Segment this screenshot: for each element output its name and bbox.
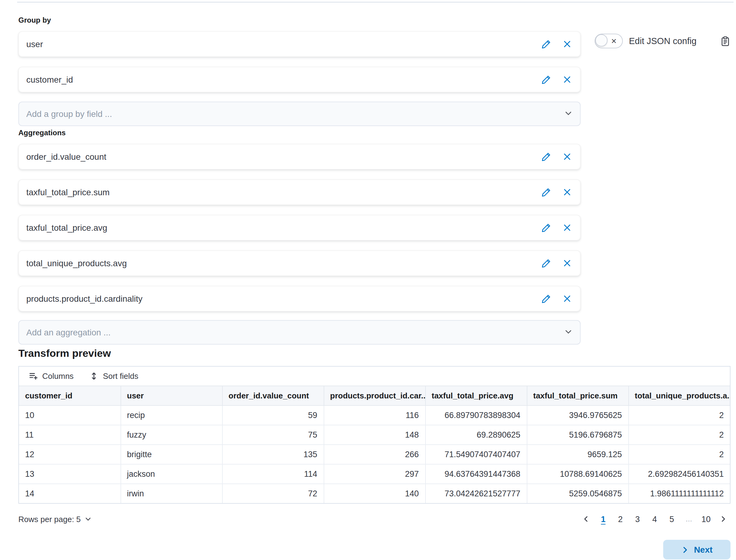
sort-fields-button[interactable]: Sort fields xyxy=(90,371,139,381)
cell: 2 xyxy=(628,405,730,425)
add-aggregation-placeholder: Add an aggregation ... xyxy=(26,327,564,337)
prev-page-icon[interactable] xyxy=(579,512,593,526)
next-button[interactable]: Next xyxy=(663,540,730,559)
pager-row: Rows per page: 5 1 2 3 4 5 … 10 xyxy=(18,512,730,526)
edit-pencil-icon[interactable] xyxy=(541,258,552,269)
chevron-down-icon xyxy=(84,515,92,523)
add-aggregation-combobox[interactable]: Add an aggregation ... xyxy=(18,320,581,345)
table-row: 10 recip 59 116 66.89790783898304 3946.9… xyxy=(19,405,730,425)
cell: 9659.125 xyxy=(527,445,628,464)
cell: 73.04242621527777 xyxy=(425,484,527,503)
remove-cross-icon[interactable] xyxy=(562,222,573,233)
pagination: 1 2 3 4 5 … 10 xyxy=(579,512,730,526)
chevron-down-icon xyxy=(564,327,573,338)
table-row: 11 fuzzy 75 148 69.2890625 5196.6796875 … xyxy=(19,425,730,445)
page-button[interactable]: 5 xyxy=(664,512,679,526)
next-page-icon[interactable] xyxy=(716,512,730,526)
aggregation-item-label: total_unique_products.avg xyxy=(26,258,541,268)
cell: 2 xyxy=(628,445,730,464)
edit-pencil-icon[interactable] xyxy=(541,187,552,198)
next-button-label: Next xyxy=(694,545,713,554)
add-group-by-field-combobox[interactable]: Add a group by field ... xyxy=(18,102,581,126)
header-cell-order-id-value-count: order_id.value_count xyxy=(222,386,324,405)
aggregation-item: total_unique_products.avg xyxy=(18,250,581,276)
edit-pencil-icon[interactable] xyxy=(541,151,552,162)
cell: 66.89790783898304 xyxy=(425,405,527,425)
transform-wizard-page: Group by user customer_id xyxy=(0,0,736,560)
page-button[interactable]: 4 xyxy=(647,512,662,526)
cell: 140 xyxy=(324,484,425,503)
cell: irwin xyxy=(121,484,222,503)
cell: 94.63764391447368 xyxy=(425,464,527,484)
cell: 10788.69140625 xyxy=(527,464,628,484)
chevron-right-icon xyxy=(681,546,689,554)
sort-fields-button-label: Sort fields xyxy=(103,371,139,381)
cell: recip xyxy=(121,405,222,425)
remove-cross-icon[interactable] xyxy=(562,258,573,269)
cell: 12 xyxy=(19,445,121,464)
header-cell-user: user xyxy=(121,386,222,405)
cell: 266 xyxy=(324,445,425,464)
remove-cross-icon[interactable] xyxy=(562,293,573,304)
cell: 13 xyxy=(19,464,121,484)
cell: 148 xyxy=(324,425,425,445)
preview-table: customer_id user order_id.value_count pr… xyxy=(19,386,730,503)
cell: 71.54907407407407 xyxy=(425,445,527,464)
columns-button[interactable]: Columns xyxy=(29,371,74,381)
header-cell-taxful-avg: taxful_total_price.avg xyxy=(425,386,527,405)
pagination-ellipsis: … xyxy=(682,512,696,526)
cell: fuzzy xyxy=(121,425,222,445)
cell: jackson xyxy=(121,464,222,484)
cell: 114 xyxy=(222,464,324,484)
cell: 75 xyxy=(222,425,324,445)
json-config-row: × Edit JSON config xyxy=(595,34,730,48)
page-button[interactable]: 10 xyxy=(699,512,713,526)
group-by-item-label: user xyxy=(26,39,541,49)
table-row: 12 brigitte 135 266 71.54907407407407 96… xyxy=(19,445,730,464)
edit-pencil-icon[interactable] xyxy=(541,293,552,304)
edit-pencil-icon[interactable] xyxy=(541,222,552,233)
cell: 5259.0546875 xyxy=(527,484,628,503)
cell: 69.2890625 xyxy=(425,425,527,445)
remove-cross-icon[interactable] xyxy=(562,187,573,198)
cell: 10 xyxy=(19,405,121,425)
aggregation-item-label: taxful_total_price.avg xyxy=(26,223,541,233)
cell: 14 xyxy=(19,484,121,503)
aggregation-item-label: order_id.value_count xyxy=(26,152,541,162)
cell: 297 xyxy=(324,464,425,484)
remove-cross-icon[interactable] xyxy=(562,39,573,50)
group-by-label: Group by xyxy=(18,16,581,24)
table-row: 13 jackson 114 297 94.63764391447368 107… xyxy=(19,464,730,484)
edit-pencil-icon[interactable] xyxy=(541,74,552,85)
header-cell-products-cardinality: products.product_id.car... xyxy=(324,386,425,405)
transform-preview-section: Transform preview Columns Sort fields cu… xyxy=(18,348,730,526)
columns-button-label: Columns xyxy=(42,371,74,381)
aggregation-item: order_id.value_count xyxy=(18,144,581,170)
header-cell-customer-id: customer_id xyxy=(19,386,121,405)
edit-json-toggle[interactable]: × xyxy=(595,34,623,48)
toggle-thumb xyxy=(595,34,607,47)
rows-per-page-button[interactable]: Rows per page: 5 xyxy=(18,514,92,524)
cell: 1.9861111111111112 xyxy=(628,484,730,503)
page-button[interactable]: 2 xyxy=(613,512,628,526)
page-button[interactable]: 1 xyxy=(596,512,611,526)
cell: 2.692982456140351 xyxy=(628,464,730,484)
rows-per-page-label: Rows per page: 5 xyxy=(18,514,81,524)
table-row: 14 irwin 72 140 73.04242621527777 5259.0… xyxy=(19,484,730,503)
page-button[interactable]: 3 xyxy=(630,512,645,526)
add-group-by-placeholder: Add a group by field ... xyxy=(26,109,564,119)
cell: 5196.6796875 xyxy=(527,425,628,445)
header-cell-total-unique: total_unique_products.a... xyxy=(628,386,730,405)
cell: brigitte xyxy=(121,445,222,464)
aggregation-item-label: products.product_id.cardinality xyxy=(26,294,541,304)
copy-clipboard-icon[interactable] xyxy=(720,36,730,46)
preview-panel: Columns Sort fields customer_id user ord… xyxy=(18,366,730,504)
preview-toolbar: Columns Sort fields xyxy=(19,367,730,386)
aggregation-item-label: taxful_total_price.sum xyxy=(26,187,541,197)
aggregation-item: taxful_total_price.avg xyxy=(18,215,581,241)
edit-pencil-icon[interactable] xyxy=(541,39,552,50)
remove-cross-icon[interactable] xyxy=(562,151,573,162)
config-column: Group by user customer_id xyxy=(18,2,581,346)
group-by-item-label: customer_id xyxy=(26,75,541,84)
remove-cross-icon[interactable] xyxy=(562,74,573,85)
